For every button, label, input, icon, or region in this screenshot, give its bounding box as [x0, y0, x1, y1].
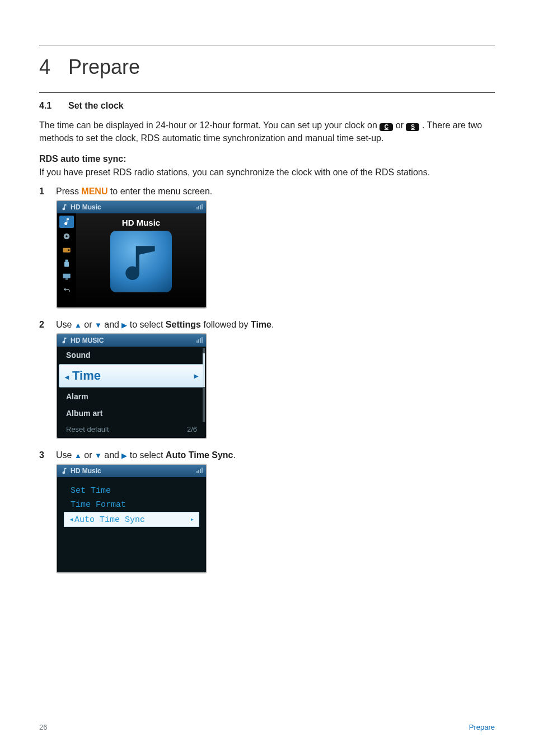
screenshot-1-title: HD Music [71, 203, 101, 211]
screenshot-3-header: HD Music [57, 465, 206, 477]
badge-s-icon: S [406, 123, 419, 131]
footer-breadcrumb: Prepare [469, 723, 495, 731]
svg-rect-6 [63, 273, 70, 278]
sidebar-monitor-icon [62, 272, 72, 282]
step-3-number: 3 [39, 450, 56, 460]
screenshot-hd-music: HD Music HD Music [56, 200, 207, 309]
screenshot-1-header: HD Music [57, 201, 206, 213]
screenshot-2-title: HD MUSIC [71, 337, 104, 344]
step-1: 1 Press MENU to enter the menu screen. [39, 186, 495, 197]
list-item: Time Format [71, 498, 193, 512]
screenshot-2-header: HD MUSIC [57, 334, 206, 347]
screenshot-3-title: HD Music [71, 467, 101, 475]
down-arrow-icon [95, 451, 102, 460]
signal-icon [196, 468, 203, 473]
menu-label: MENU [81, 186, 107, 196]
rds-text: If you have preset RDS radio stations, y… [39, 167, 430, 177]
rds-heading: RDS auto time sync: [39, 154, 127, 164]
section-number: 4.1 [39, 101, 68, 111]
right-arrow-icon [121, 321, 127, 329]
label-auto-time-sync: Auto Time Sync [166, 450, 233, 460]
badge-c-icon: C [380, 123, 393, 131]
rds-block: RDS auto time sync: If you have preset R… [39, 152, 495, 178]
chapter-title: Prepare [68, 55, 140, 79]
chapter-number: 4 [39, 55, 68, 79]
section-title: Set the clock [68, 101, 124, 111]
sidebar-music-icon [59, 216, 74, 228]
screenshot-1-main-title: HD Music [76, 213, 206, 231]
list-item-selected-time: ◂Time ▸ [59, 364, 204, 388]
svg-point-1 [65, 235, 68, 237]
music-art-icon [110, 231, 172, 292]
up-arrow-icon [74, 451, 82, 460]
step-3: 3 Use or and to select Auto Time Sync. [39, 450, 495, 460]
intro-text-b: or [396, 120, 406, 130]
selected-label: Auto Time Sync [69, 514, 145, 525]
page-indicator: 2/6 [187, 425, 197, 433]
up-arrow-icon [74, 321, 82, 329]
chevron-right-icon: ▸ [190, 515, 194, 524]
step-2-number: 2 [39, 320, 56, 330]
signal-icon [196, 337, 203, 343]
chevron-left-icon: ◂ [65, 372, 69, 381]
screenshot-auto-time-sync: HD Music Set Time Time Format Auto Time … [56, 464, 207, 573]
intro-text-a: The time can be displayed in 24-hour or … [39, 120, 380, 130]
label-time: Time [251, 320, 271, 329]
list-item: Album art [57, 405, 206, 422]
chevron-right-icon: ▸ [194, 371, 198, 380]
svg-rect-5 [64, 262, 69, 267]
selected-label: Time [72, 368, 101, 382]
sidebar-usb-icon [62, 258, 72, 268]
music-icon [60, 337, 68, 344]
list-item: Set Time [71, 484, 193, 498]
sidebar-radio-icon [62, 245, 72, 255]
section-heading: 4.1 Set the clock [39, 93, 495, 119]
list-item: Alarm [57, 388, 206, 405]
step-2-text: Use or and to select Settings followed b… [56, 320, 495, 330]
page-footer: 26 Prepare [39, 723, 495, 731]
music-icon [60, 203, 68, 211]
music-icon [60, 467, 68, 475]
intro-paragraph: The time can be displayed in 24-hour or … [39, 119, 495, 144]
step-1-number: 1 [39, 186, 56, 197]
list-item-reset: Reset default [66, 425, 109, 433]
chapter-heading: 4 Prepare [39, 45, 495, 92]
label-settings: Settings [166, 320, 201, 329]
right-arrow-icon [121, 451, 127, 460]
page-number: 26 [39, 723, 47, 731]
step-2: 2 Use or and to select Settings followed… [39, 320, 495, 330]
svg-rect-4 [65, 259, 68, 262]
list-item: Sound [57, 347, 206, 363]
scrollbar [203, 348, 205, 422]
step-3-text: Use or and to select Auto Time Sync. [56, 450, 495, 460]
svg-rect-7 [65, 278, 68, 279]
signal-icon [196, 204, 203, 209]
step-1-text: Press MENU to enter the menu screen. [56, 186, 495, 197]
screenshot-settings: HD MUSIC Sound ◂Time ▸ Alarm Album art R… [56, 333, 207, 439]
sidebar-icons [57, 213, 76, 307]
sidebar-back-icon [62, 285, 72, 295]
list-item-selected-ats: Auto Time Sync ▸ [64, 512, 199, 527]
down-arrow-icon [95, 321, 102, 329]
svg-point-3 [68, 249, 70, 251]
sidebar-disc-icon [62, 231, 72, 241]
